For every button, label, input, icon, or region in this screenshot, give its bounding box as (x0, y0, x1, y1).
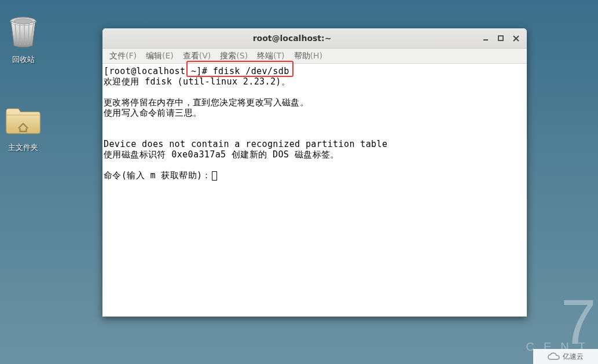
titlebar[interactable]: root@localhost:~ (102, 28, 527, 49)
svg-point-2 (14, 19, 32, 24)
site-watermark: 亿速云 (533, 349, 598, 364)
menu-edit[interactable]: 编辑(E) (141, 50, 178, 62)
cloud-icon (548, 352, 560, 361)
terminal-cursor (212, 171, 217, 181)
maximize-button[interactable] (493, 32, 508, 45)
desktop-home[interactable]: 主文件夹 (0, 102, 46, 153)
close-button[interactable] (508, 32, 523, 45)
menu-file[interactable]: 文件(F) (105, 50, 141, 62)
menu-terminal[interactable]: 终端(T) (252, 50, 289, 62)
menu-search[interactable]: 搜索(S) (215, 50, 252, 62)
desktop-trash[interactable]: 回收站 (0, 14, 46, 65)
term-line-2: 欢迎使用 fdisk (util-linux 2.23.2)。 (104, 76, 290, 87)
minimize-button[interactable] (478, 32, 493, 45)
term-line-5: 使用写入命令前请三思。 (104, 108, 201, 118)
menubar: 文件(F) 编辑(E) 查看(V) 搜索(S) 终端(T) 帮助(H) (102, 49, 527, 64)
centos-wallpaper-mark: 7 CENT (526, 299, 595, 354)
menu-help[interactable]: 帮助(H) (289, 50, 327, 62)
terminal-window: root@localhost:~ 文件(F) 编辑(E) 查看(V) 搜索(S)… (102, 28, 527, 317)
desktop-trash-label: 回收站 (0, 54, 46, 65)
menu-view[interactable]: 查看(V) (178, 50, 216, 62)
svg-rect-4 (498, 36, 503, 41)
trash-icon (5, 14, 42, 51)
window-title: root@localhost:~ (106, 34, 478, 43)
term-line-1: [root@localhost ~]# fdisk /dev/sdb (104, 66, 289, 76)
term-line-8: Device does not contain a recognized par… (104, 139, 387, 149)
terminal-body[interactable]: [root@localhost ~]# fdisk /dev/sdb 欢迎使用 … (102, 64, 527, 317)
term-line-9: 使用磁盘标识符 0xe0a317a5 创建新的 DOS 磁盘标签。 (104, 149, 339, 160)
folder-home-icon (5, 102, 42, 139)
desktop-home-label: 主文件夹 (0, 142, 46, 153)
term-line-4: 更改将停留在内存中，直到您决定将更改写入磁盘。 (104, 97, 309, 108)
term-line-11: 命令(输入 m 获取帮助)： (104, 170, 211, 181)
